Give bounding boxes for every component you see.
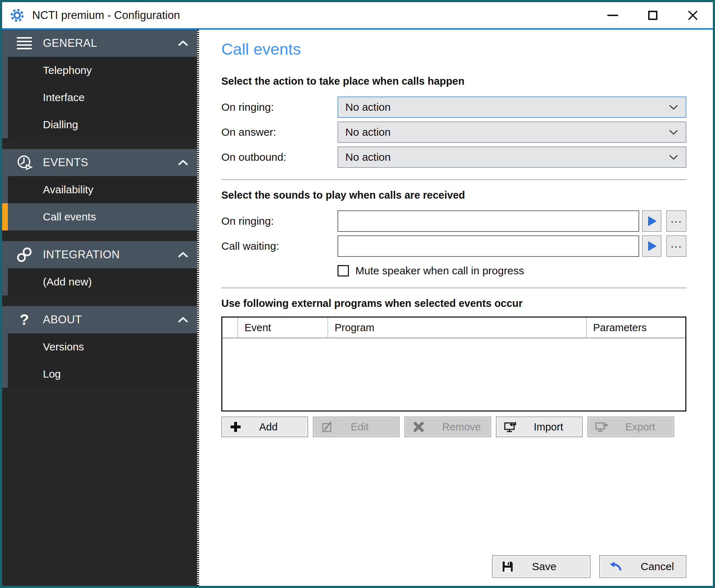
column-header-parameters: Parameters (587, 318, 685, 338)
button-label: Import (534, 421, 563, 433)
chevron-down-icon (669, 154, 679, 160)
on-outbound-label: On outbound: (221, 151, 337, 163)
close-button[interactable] (673, 2, 713, 28)
edit-button[interactable]: Edit (313, 417, 400, 437)
chevron-down-icon (669, 129, 679, 135)
mute-speaker-checkbox[interactable]: Mute speaker when call in progress (337, 265, 686, 277)
play-call-waiting-sound-button[interactable] (642, 235, 661, 257)
sidebar-item-label: Interface (43, 91, 85, 104)
section-label: GENERAL (43, 37, 97, 50)
window-title: NCTI premium - Configuration (32, 9, 180, 22)
sidebar-item-add-new[interactable]: (Add new) (8, 268, 197, 295)
column-header-icon (222, 318, 238, 338)
x-icon (411, 421, 426, 433)
section-divider (221, 288, 686, 288)
button-label: Cancel (641, 560, 674, 573)
undo-arrow-icon (608, 560, 623, 573)
on-ringing-label: On ringing: (221, 101, 337, 113)
link-icon (15, 246, 34, 264)
sidebar-item-call-events[interactable]: Call events (8, 203, 197, 230)
sidebar-group-integration: (Add new) (2, 268, 197, 295)
sidebar-item-label: Call events (43, 211, 96, 223)
sound-on-ringing-label: On ringing: (221, 215, 337, 227)
on-ringing-action-dropdown[interactable]: No action (337, 96, 686, 118)
sidebar-section-about[interactable]: ? ABOUT (2, 306, 197, 333)
button-label: Export (625, 421, 655, 433)
button-label: Save (532, 560, 556, 573)
play-on-ringing-sound-button[interactable] (642, 210, 661, 232)
export-icon (594, 420, 610, 433)
sidebar-section-events[interactable]: EVENTS (2, 149, 197, 176)
close-icon (687, 10, 698, 21)
sidebar-group-events: Availability Call events (2, 176, 197, 230)
play-icon (648, 216, 657, 226)
plus-icon (228, 421, 243, 433)
save-icon (501, 560, 514, 573)
export-button[interactable]: Export (587, 417, 674, 437)
checkbox-box[interactable] (337, 265, 349, 276)
button-label: Add (259, 421, 278, 433)
column-header-program: Program (328, 318, 587, 338)
sidebar-item-label: Dialling (43, 119, 78, 131)
app-window: NCTI premium - Configuration GENERAL (0, 0, 715, 588)
play-icon (648, 241, 657, 251)
app-gear-icon (9, 7, 26, 24)
remove-button[interactable]: Remove (404, 417, 491, 437)
call-waiting-label: Call waiting: (221, 240, 337, 252)
sidebar-group-general: Telephony Interface Dialling (2, 57, 197, 138)
action-row-on-ringing: On ringing: No action (221, 96, 686, 118)
action-row-on-answer: On answer: No action (221, 121, 686, 143)
sidebar-item-availability[interactable]: Availability (8, 176, 197, 203)
programs-table-body[interactable] (222, 338, 685, 410)
help-icon: ? (15, 311, 34, 328)
browse-call-waiting-sound-button[interactable]: ... (666, 235, 686, 257)
programs-table-header: Event Program Parameters (222, 318, 685, 338)
sidebar-item-label: Availability (43, 184, 93, 196)
sidebar-item-dialling[interactable]: Dialling (8, 111, 197, 138)
chevron-up-icon (178, 159, 188, 166)
on-answer-label: On answer: (221, 126, 337, 138)
section-divider (221, 179, 686, 180)
section-label: ABOUT (43, 313, 82, 326)
sidebar-item-label: Versions (43, 341, 84, 353)
sidebar-section-integration[interactable]: INTEGRATION (2, 241, 197, 268)
minimize-icon (607, 15, 618, 16)
button-label: Remove (442, 421, 481, 433)
call-waiting-sound-input[interactable] (337, 235, 639, 257)
chevron-up-icon (178, 317, 188, 323)
browse-on-ringing-sound-button[interactable]: ... (666, 210, 686, 232)
add-button[interactable]: Add (221, 417, 308, 437)
sidebar-item-telephony[interactable]: Telephony (8, 57, 197, 84)
sound-row-on-ringing: On ringing: ... (221, 210, 686, 232)
on-ringing-sound-input[interactable] (337, 210, 639, 232)
maximize-button[interactable] (633, 2, 673, 28)
on-answer-action-dropdown[interactable]: No action (337, 121, 686, 143)
column-header-event: Event (238, 318, 328, 338)
programs-section-title: Use following external programs when sel… (221, 298, 686, 309)
sidebar-group-about: Versions Log (2, 333, 197, 388)
footer-buttons: Save Cancel (492, 555, 686, 578)
sidebar-item-versions[interactable]: Versions (8, 333, 197, 360)
sidebar: GENERAL Telephony Interface Dialling (2, 30, 197, 586)
sidebar-section-general[interactable]: GENERAL (2, 30, 197, 57)
sound-row-call-waiting: Call waiting: ... (221, 235, 686, 257)
chevron-up-icon (178, 251, 188, 258)
menu-icon (15, 37, 34, 49)
save-button[interactable]: Save (492, 555, 591, 578)
pencil-icon (319, 420, 335, 433)
on-outbound-action-dropdown[interactable]: No action (337, 146, 686, 168)
sidebar-item-log[interactable]: Log (8, 360, 197, 388)
import-icon (502, 420, 518, 433)
programs-button-row: Add Edit Remove (221, 417, 686, 437)
maximize-icon (648, 11, 657, 20)
cancel-button[interactable]: Cancel (599, 555, 686, 578)
ellipsis-icon: ... (671, 217, 682, 220)
sidebar-filler (2, 398, 197, 586)
sidebar-item-interface[interactable]: Interface (8, 84, 197, 111)
actions-section-title: Select the action to take place when cal… (221, 75, 686, 87)
button-label: Edit (351, 421, 369, 433)
import-button[interactable]: Import (496, 417, 583, 437)
chevron-down-icon (669, 104, 679, 110)
minimize-button[interactable] (593, 2, 633, 28)
ellipsis-icon: ... (671, 242, 682, 245)
